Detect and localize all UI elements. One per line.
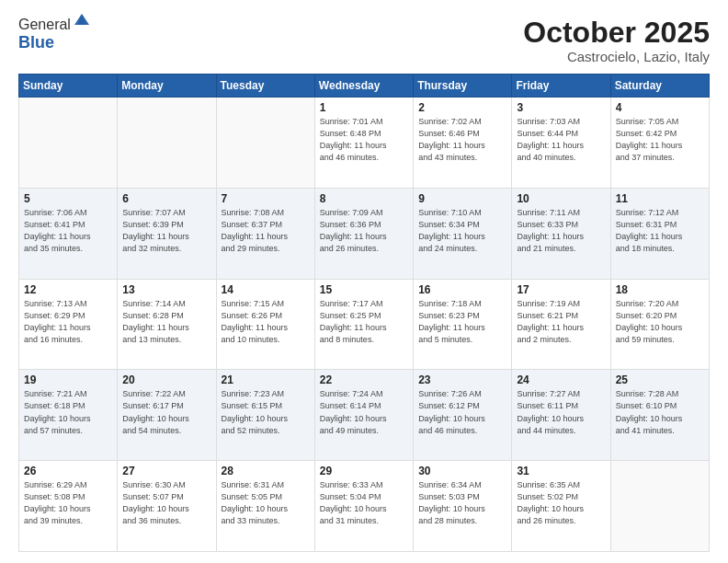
page: General Blue October 2025 Castrocielo, L… (0, 0, 728, 563)
calendar-cell: 4Sunrise: 7:05 AM Sunset: 6:42 PM Daylig… (610, 98, 709, 189)
day-info: Sunrise: 6:31 AM Sunset: 5:05 PM Dayligh… (222, 479, 310, 527)
calendar-cell: 16Sunrise: 7:18 AM Sunset: 6:23 PM Dayli… (414, 279, 512, 370)
calendar-cell: 28Sunrise: 6:31 AM Sunset: 5:05 PM Dayli… (216, 461, 314, 552)
day-number: 3 (517, 101, 605, 114)
calendar-cell: 9Sunrise: 7:10 AM Sunset: 6:34 PM Daylig… (414, 188, 512, 279)
day-info: Sunrise: 7:18 AM Sunset: 6:23 PM Dayligh… (418, 298, 506, 346)
day-info: Sunrise: 7:06 AM Sunset: 6:41 PM Dayligh… (24, 207, 112, 255)
calendar-cell: 12Sunrise: 7:13 AM Sunset: 6:29 PM Dayli… (19, 279, 118, 370)
day-number: 10 (517, 192, 605, 205)
day-info: Sunrise: 7:23 AM Sunset: 6:15 PM Dayligh… (222, 388, 310, 436)
day-info: Sunrise: 7:26 AM Sunset: 6:12 PM Dayligh… (418, 388, 506, 436)
calendar-cell: 21Sunrise: 7:23 AM Sunset: 6:15 PM Dayli… (216, 370, 314, 461)
day-info: Sunrise: 7:12 AM Sunset: 6:31 PM Dayligh… (616, 207, 704, 255)
weekday-header: Saturday (610, 75, 709, 98)
weekday-header-row: SundayMondayTuesdayWednesdayThursdayFrid… (19, 75, 710, 98)
calendar-row: 26Sunrise: 6:29 AM Sunset: 5:08 PM Dayli… (19, 461, 710, 552)
weekday-header: Monday (118, 75, 216, 98)
day-number: 22 (320, 373, 408, 386)
calendar-cell: 29Sunrise: 6:33 AM Sunset: 5:04 PM Dayli… (314, 461, 413, 552)
day-info: Sunrise: 7:07 AM Sunset: 6:39 PM Dayligh… (122, 207, 210, 255)
day-info: Sunrise: 7:03 AM Sunset: 6:44 PM Dayligh… (517, 116, 605, 164)
day-number: 8 (320, 192, 408, 205)
calendar-cell: 3Sunrise: 7:03 AM Sunset: 6:44 PM Daylig… (512, 98, 610, 189)
day-number: 15 (320, 283, 408, 296)
calendar-cell: 20Sunrise: 7:22 AM Sunset: 6:17 PM Dayli… (118, 370, 216, 461)
calendar-row: 12Sunrise: 7:13 AM Sunset: 6:29 PM Dayli… (19, 279, 710, 370)
day-number: 13 (122, 283, 210, 296)
logo-general: General (18, 17, 71, 33)
calendar-cell (19, 98, 118, 189)
calendar-row: 19Sunrise: 7:21 AM Sunset: 6:18 PM Dayli… (19, 370, 710, 461)
calendar-cell: 11Sunrise: 7:12 AM Sunset: 6:31 PM Dayli… (610, 188, 709, 279)
day-info: Sunrise: 7:28 AM Sunset: 6:10 PM Dayligh… (616, 388, 704, 436)
calendar-row: 1Sunrise: 7:01 AM Sunset: 6:48 PM Daylig… (19, 98, 710, 189)
weekday-header: Friday (512, 75, 610, 98)
calendar-cell: 2Sunrise: 7:02 AM Sunset: 6:46 PM Daylig… (414, 98, 512, 189)
calendar-cell: 10Sunrise: 7:11 AM Sunset: 6:33 PM Dayli… (512, 188, 610, 279)
calendar-cell: 18Sunrise: 7:20 AM Sunset: 6:20 PM Dayli… (610, 279, 709, 370)
calendar-cell: 17Sunrise: 7:19 AM Sunset: 6:21 PM Dayli… (512, 279, 610, 370)
day-info: Sunrise: 7:11 AM Sunset: 6:33 PM Dayligh… (517, 207, 605, 255)
calendar-cell: 15Sunrise: 7:17 AM Sunset: 6:25 PM Dayli… (314, 279, 413, 370)
day-info: Sunrise: 7:17 AM Sunset: 6:25 PM Dayligh… (320, 298, 408, 346)
calendar-cell: 7Sunrise: 7:08 AM Sunset: 6:37 PM Daylig… (216, 188, 314, 279)
day-number: 26 (24, 465, 112, 477)
day-info: Sunrise: 6:34 AM Sunset: 5:03 PM Dayligh… (418, 479, 506, 527)
day-number: 5 (24, 192, 112, 205)
day-info: Sunrise: 6:35 AM Sunset: 5:02 PM Dayligh… (517, 479, 605, 527)
calendar-cell: 27Sunrise: 6:30 AM Sunset: 5:07 PM Dayli… (118, 461, 216, 552)
weekday-header: Tuesday (216, 75, 314, 98)
day-number: 23 (418, 373, 506, 386)
day-number: 31 (517, 465, 605, 477)
day-number: 12 (24, 283, 112, 296)
day-info: Sunrise: 7:13 AM Sunset: 6:29 PM Dayligh… (24, 298, 112, 346)
calendar-cell (216, 98, 314, 189)
calendar-cell (610, 461, 709, 552)
day-number: 1 (320, 101, 408, 114)
day-number: 4 (616, 101, 704, 114)
calendar-cell: 24Sunrise: 7:27 AM Sunset: 6:11 PM Dayli… (512, 370, 610, 461)
day-info: Sunrise: 6:30 AM Sunset: 5:07 PM Dayligh… (122, 479, 210, 527)
calendar-cell: 1Sunrise: 7:01 AM Sunset: 6:48 PM Daylig… (314, 98, 413, 189)
day-info: Sunrise: 7:19 AM Sunset: 6:21 PM Dayligh… (517, 298, 605, 346)
day-info: Sunrise: 7:08 AM Sunset: 6:37 PM Dayligh… (222, 207, 310, 255)
day-info: Sunrise: 7:22 AM Sunset: 6:17 PM Dayligh… (122, 388, 210, 436)
day-info: Sunrise: 7:20 AM Sunset: 6:20 PM Dayligh… (616, 298, 704, 346)
day-number: 9 (418, 192, 506, 205)
day-info: Sunrise: 7:10 AM Sunset: 6:34 PM Dayligh… (418, 207, 506, 255)
calendar-cell: 6Sunrise: 7:07 AM Sunset: 6:39 PM Daylig… (118, 188, 216, 279)
day-info: Sunrise: 7:01 AM Sunset: 6:48 PM Dayligh… (320, 116, 408, 164)
calendar-cell: 31Sunrise: 6:35 AM Sunset: 5:02 PM Dayli… (512, 461, 610, 552)
day-number: 25 (616, 373, 704, 386)
logo: General Blue (18, 17, 91, 52)
day-info: Sunrise: 7:15 AM Sunset: 6:26 PM Dayligh… (222, 298, 310, 346)
day-number: 2 (418, 101, 506, 114)
day-info: Sunrise: 7:27 AM Sunset: 6:11 PM Dayligh… (517, 388, 605, 436)
day-number: 27 (122, 465, 210, 477)
day-number: 24 (517, 373, 605, 386)
day-number: 30 (418, 465, 506, 477)
location: Castrocielo, Lazio, Italy (523, 49, 710, 64)
day-info: Sunrise: 7:14 AM Sunset: 6:28 PM Dayligh… (122, 298, 210, 346)
day-info: Sunrise: 7:05 AM Sunset: 6:42 PM Dayligh… (616, 116, 704, 164)
weekday-header: Thursday (414, 75, 512, 98)
day-number: 7 (222, 192, 310, 205)
calendar-cell: 30Sunrise: 6:34 AM Sunset: 5:03 PM Dayli… (414, 461, 512, 552)
calendar-cell: 19Sunrise: 7:21 AM Sunset: 6:18 PM Dayli… (19, 370, 118, 461)
calendar-row: 5Sunrise: 7:06 AM Sunset: 6:41 PM Daylig… (19, 188, 710, 279)
day-number: 14 (222, 283, 310, 296)
day-number: 29 (320, 465, 408, 477)
day-info: Sunrise: 7:21 AM Sunset: 6:18 PM Dayligh… (24, 388, 112, 436)
calendar-cell: 8Sunrise: 7:09 AM Sunset: 6:36 PM Daylig… (314, 188, 413, 279)
day-number: 18 (616, 283, 704, 296)
day-info: Sunrise: 7:09 AM Sunset: 6:36 PM Dayligh… (320, 207, 408, 255)
day-number: 28 (222, 465, 310, 477)
calendar-cell: 5Sunrise: 7:06 AM Sunset: 6:41 PM Daylig… (19, 188, 118, 279)
day-info: Sunrise: 6:33 AM Sunset: 5:04 PM Dayligh… (320, 479, 408, 527)
header: General Blue October 2025 Castrocielo, L… (18, 17, 710, 64)
calendar-cell: 23Sunrise: 7:26 AM Sunset: 6:12 PM Dayli… (414, 370, 512, 461)
day-number: 6 (122, 192, 210, 205)
day-number: 21 (222, 373, 310, 386)
weekday-header: Sunday (19, 75, 118, 98)
